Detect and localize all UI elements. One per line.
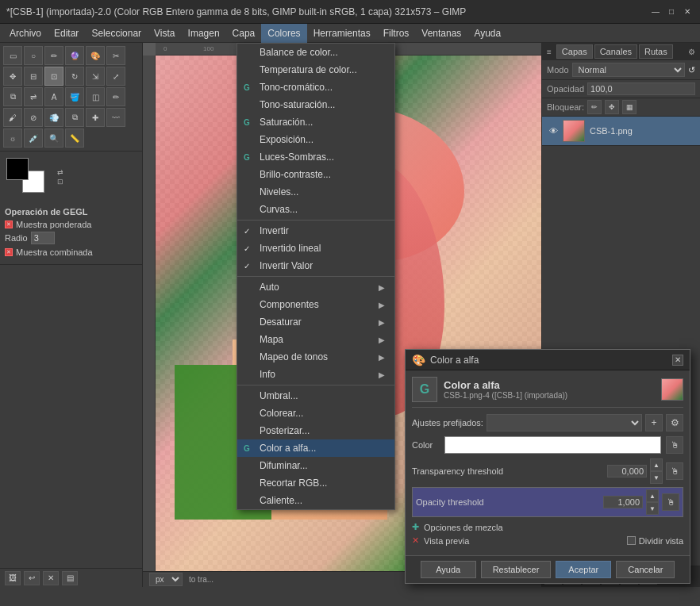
- menu-item-exposicion[interactable]: Exposición...: [237, 131, 394, 148]
- tab-rutas[interactable]: Rutas: [639, 44, 673, 59]
- tab-capas[interactable]: Capas: [556, 44, 593, 59]
- gegl-radio-value[interactable]: [31, 232, 55, 244]
- menu-capa[interactable]: Capa: [226, 24, 262, 43]
- transparency-value-input[interactable]: [607, 465, 647, 478]
- menu-item-saturacion[interactable]: G Saturación...: [237, 113, 394, 131]
- tool-scissors-select[interactable]: ✂: [106, 46, 125, 65]
- menu-item-posterizar[interactable]: Posterizar...: [237, 422, 394, 439]
- gegl-checkbox-combined[interactable]: ✕: [5, 248, 13, 256]
- tool-paintbrush[interactable]: 🖌: [3, 108, 22, 127]
- tool-flip[interactable]: ⇌: [24, 87, 43, 106]
- reset-button[interactable]: Restablecer: [481, 561, 552, 578]
- menu-ventanas[interactable]: Ventanas: [415, 24, 467, 43]
- transparency-spin-down[interactable]: ▼: [650, 471, 663, 484]
- menu-item-colorear[interactable]: Colorear...: [237, 405, 394, 422]
- dialog-close-button[interactable]: ✕: [672, 355, 683, 366]
- tool-rotate[interactable]: ↻: [65, 67, 84, 86]
- divide-vista-checkbox[interactable]: [627, 536, 636, 545]
- color-pick-btn[interactable]: 🖱: [666, 436, 683, 454]
- configure-btn[interactable]: ▤: [62, 571, 78, 585]
- menu-item-color-alfa[interactable]: G Color a alfa...: [237, 439, 394, 457]
- mode-select[interactable]: Normal Multiplicar Pantalla: [572, 63, 685, 77]
- lock-position-btn[interactable]: ✥: [605, 100, 619, 114]
- cancel-button[interactable]: Cancelar: [616, 561, 675, 578]
- menu-item-auto[interactable]: Auto ▶: [237, 278, 394, 296]
- menu-item-curvas[interactable]: Curvas...: [237, 201, 394, 218]
- tool-airbrush[interactable]: 💨: [44, 108, 63, 127]
- menu-seleccionar[interactable]: Seleccionar: [85, 24, 148, 43]
- menu-item-mapa[interactable]: Mapa ▶: [237, 331, 394, 348]
- help-button[interactable]: Ayuda: [421, 561, 476, 578]
- transparency-spin-up[interactable]: ▲: [650, 458, 663, 471]
- minimize-button[interactable]: —: [649, 6, 662, 18]
- layer-visibility-eye[interactable]: 👁: [547, 125, 560, 137]
- tool-scale[interactable]: ⇲: [86, 67, 105, 86]
- menu-item-invertir-valor[interactable]: ✓ Invertir Valor: [237, 257, 394, 274]
- menu-filtros[interactable]: Filtros: [377, 24, 416, 43]
- tool-dodge[interactable]: ☼: [3, 128, 22, 148]
- opacity-spin-down[interactable]: ▼: [646, 502, 659, 515]
- gegl-checkbox-weighted[interactable]: ✕: [5, 221, 13, 228]
- reset-colors-icon[interactable]: ⊡: [57, 178, 63, 186]
- tool-fuzzy-select[interactable]: 🔮: [65, 46, 84, 65]
- accept-button[interactable]: Aceptar: [556, 561, 611, 578]
- opacity-spin-up[interactable]: ▲: [646, 489, 659, 502]
- tool-select-by-color[interactable]: 🎨: [86, 46, 105, 65]
- tool-clone[interactable]: ⧉: [65, 108, 84, 127]
- tool-perspective[interactable]: ⧉: [3, 87, 22, 106]
- tool-measure[interactable]: 📏: [65, 128, 84, 148]
- menu-item-difuminar[interactable]: Difuminar...: [237, 457, 394, 474]
- menu-item-tono-saturacion[interactable]: Tono-saturación...: [237, 96, 394, 113]
- menu-imagen[interactable]: Imagen: [182, 24, 226, 43]
- menu-item-tono-cromatico[interactable]: G Tono-cromático...: [237, 79, 394, 96]
- menu-vista[interactable]: Vista: [148, 24, 181, 43]
- menu-colores[interactable]: Colores: [261, 24, 306, 43]
- tool-shear[interactable]: ⤢: [106, 67, 125, 86]
- tab-canales[interactable]: Canales: [594, 44, 637, 59]
- menu-editar[interactable]: Editar: [48, 24, 85, 43]
- tool-ellipse-select[interactable]: ○: [24, 46, 43, 65]
- tool-colorpicker[interactable]: 💉: [24, 128, 43, 148]
- color-swatch[interactable]: [444, 436, 661, 454]
- tool-align[interactable]: ⊟: [24, 67, 43, 86]
- tool-eraser[interactable]: ⊘: [24, 108, 43, 127]
- tool-crop[interactable]: ⊡: [44, 67, 63, 86]
- menu-item-desaturar[interactable]: Desaturar ▶: [237, 313, 394, 331]
- tool-rect-select[interactable]: ▭: [3, 46, 22, 65]
- menu-item-componentes[interactable]: Componentes ▶: [237, 296, 394, 313]
- layer-item[interactable]: 👁 CSB-1.png: [542, 117, 700, 146]
- menu-item-info[interactable]: Info ▶: [237, 366, 394, 383]
- swap-colors-icon[interactable]: ⇄: [57, 168, 63, 176]
- foreground-color[interactable]: [6, 158, 29, 180]
- menu-item-umbral[interactable]: Umbral...: [237, 387, 394, 405]
- menu-item-caliente[interactable]: Caliente...: [237, 492, 394, 509]
- opacity-pick-btn[interactable]: 🖱: [662, 493, 679, 511]
- menu-item-temperatura-color[interactable]: Temperatura de color...: [237, 61, 394, 79]
- menu-archivo[interactable]: Archivo: [3, 24, 48, 43]
- undo-btn[interactable]: ↩: [24, 571, 40, 585]
- tool-free-select[interactable]: ✏: [44, 46, 63, 65]
- panel-config-icon[interactable]: ⚙: [685, 46, 698, 58]
- menu-item-invertido-lineal[interactable]: ✓ Invertido lineal: [237, 240, 394, 257]
- menu-item-invertir[interactable]: ✓ Invertir: [237, 222, 394, 240]
- lock-alpha-btn[interactable]: ▦: [622, 100, 637, 114]
- lock-pixels-btn[interactable]: ✏: [587, 100, 602, 114]
- color-a-alfa-dialog[interactable]: 🎨 Color a alfa ✕ G Color a alfa CSB-1.pn…: [405, 349, 690, 584]
- unit-selector[interactable]: px cm in: [149, 573, 183, 586]
- tool-blend[interactable]: ◫: [86, 87, 105, 106]
- tool-heal[interactable]: ✚: [86, 108, 105, 127]
- maximize-button[interactable]: □: [665, 6, 678, 18]
- delete-btn[interactable]: ✕: [43, 571, 59, 585]
- menu-item-balance-color[interactable]: Balance de color...: [237, 44, 394, 61]
- menu-item-recortar-rgb[interactable]: Recortar RGB...: [237, 474, 394, 492]
- undo-history-icon[interactable]: ↺: [688, 65, 695, 75]
- tool-text[interactable]: A: [44, 87, 63, 106]
- preset-add-btn[interactable]: +: [645, 414, 663, 431]
- opacity-slider-value[interactable]: [603, 496, 643, 508]
- opacity-input[interactable]: [587, 82, 695, 95]
- tool-move[interactable]: ✥: [3, 67, 22, 86]
- menu-item-niveles[interactable]: Niveles...: [237, 183, 394, 201]
- transparency-pick-btn[interactable]: 🖱: [666, 462, 683, 480]
- new-image-btn[interactable]: 🖼: [5, 571, 21, 585]
- menu-ayuda[interactable]: Ayuda: [467, 24, 507, 43]
